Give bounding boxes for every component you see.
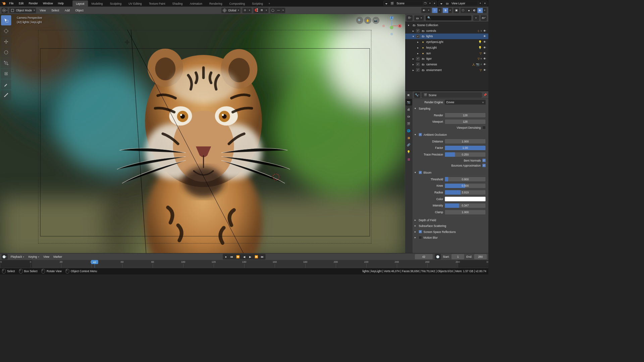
select-menu[interactable]: Select — [49, 9, 61, 12]
menu-edit[interactable]: Edit — [16, 0, 26, 7]
panel-ao-header[interactable]: ✓Ambient Occlusion — [413, 132, 488, 137]
ao-bent-checkbox[interactable]: ✓ — [482, 159, 486, 162]
zoom-view-button[interactable]: 🔍 — [356, 17, 363, 24]
outliner-item-label[interactable]: keyLight — [426, 46, 477, 49]
camera-view-button[interactable]: 📷 — [372, 17, 379, 24]
timeline-keying-menu[interactable]: Keying ▾ — [28, 255, 40, 258]
disclosure-icon[interactable]: ▸ — [416, 52, 420, 55]
outliner-item-label[interactable]: cameras — [426, 63, 471, 66]
tool-scale[interactable] — [1, 58, 11, 68]
hide-viewport-toggle[interactable]: 👁 — [483, 57, 487, 60]
sampling-render-field[interactable]: 128 — [445, 113, 486, 118]
ao-distance-field[interactable]: 1.000 — [445, 139, 486, 144]
gizmo-toggle[interactable]: ⊹ — [432, 8, 438, 13]
3d-viewport[interactable]: Camera Perspective (42) lights | keyLigh… — [0, 14, 405, 259]
outliner-item-lights[interactable]: ▾✓🗀lights👁 — [405, 34, 488, 39]
play-reverse-button[interactable]: ◀ — [241, 254, 247, 259]
viewlayer-browse-icon[interactable]: 🞃 — [439, 2, 444, 5]
collection-exclude-checkbox[interactable]: ✓ — [416, 63, 420, 66]
ao-factor-field[interactable]: 1.00 — [445, 145, 486, 150]
overlay-options[interactable]: ▾ — [448, 9, 452, 12]
properties-editor-type[interactable]: 🔧▾ — [414, 92, 420, 98]
outliner-item-label[interactable]: Scene Collection — [417, 24, 487, 27]
collection-exclude-checkbox[interactable]: ✓ — [416, 29, 420, 33]
scene-selector[interactable]: 🞃 🎬 Scene ❐ + × — [384, 1, 437, 6]
tool-measure[interactable] — [1, 90, 11, 100]
tab-modeling[interactable]: Modeling — [88, 1, 106, 7]
scene-remove-button[interactable]: × — [432, 1, 437, 6]
prop-tab-scene[interactable]: 🎬 — [406, 120, 412, 127]
viewlayer-remove-button[interactable]: × — [482, 1, 487, 6]
outliner-display-mode[interactable]: 🗂▾ — [414, 15, 424, 21]
shading-wireframe[interactable]: ⬡ — [461, 8, 466, 13]
outliner-editor-type[interactable]: ☰▾ — [407, 15, 413, 21]
hide-viewport-toggle[interactable]: 👁 — [483, 46, 487, 49]
end-frame-field[interactable]: 280 — [474, 254, 487, 259]
prop-tab-world[interactable]: 🌐 — [406, 127, 412, 134]
prop-tab-tool[interactable]: 🛠 — [406, 92, 412, 99]
tab-rendering[interactable]: Rendering — [206, 1, 226, 7]
disclosure-icon[interactable]: ▸ — [412, 63, 415, 66]
outliner-item-sun[interactable]: ▸●sun▽👁 — [405, 50, 488, 56]
hide-viewport-toggle[interactable]: 👁 — [483, 29, 487, 32]
disclosure-icon[interactable]: ▸ — [416, 40, 420, 44]
tab-layout[interactable]: Layout — [72, 1, 88, 7]
tool-transform[interactable] — [1, 69, 11, 79]
panel-sss-header[interactable]: Subsurface Scattering — [413, 223, 488, 229]
timeline-playback-menu[interactable]: Playback ▾ — [10, 255, 25, 258]
shading-lookdev[interactable]: ◐ — [472, 8, 478, 13]
bloom-enable-checkbox[interactable]: ✓ — [419, 171, 422, 174]
scene-browse-icon[interactable]: 🞃 — [384, 2, 389, 5]
outliner-item-label[interactable]: tiger — [426, 57, 477, 60]
play-button[interactable]: ▶ — [248, 254, 253, 259]
timeline-editor-type[interactable]: 🕘▾ — [2, 254, 8, 260]
sampling-denoise-checkbox[interactable] — [482, 126, 486, 129]
outliner-item-label[interactable]: eyeSpecLight — [426, 41, 477, 44]
menu-window[interactable]: Window — [40, 0, 55, 7]
start-frame-field[interactable]: 1 — [451, 254, 464, 259]
menu-render[interactable]: Render — [26, 0, 41, 7]
outliner-item-tiger[interactable]: ▸✓🗀tiger▽8👁 — [405, 56, 488, 62]
hide-viewport-toggle[interactable]: 👁 — [483, 41, 487, 44]
tab-compositing[interactable]: Compositing — [226, 1, 249, 7]
timeline-ruler[interactable]: -200204060801001201401601802002202402602… — [0, 260, 488, 268]
hide-viewport-toggle[interactable]: 👁 — [483, 35, 487, 38]
hide-viewport-toggle[interactable]: 👁 — [483, 63, 487, 66]
outliner-item-eyeSpecLight[interactable]: ▸●eyeSpecLight💡👁 — [405, 39, 488, 45]
timeline-view-menu[interactable]: View — [42, 255, 50, 258]
playhead[interactable]: 42 — [95, 260, 95, 268]
tool-select-box[interactable] — [1, 15, 11, 25]
view-menu[interactable]: View — [38, 9, 48, 12]
menu-file[interactable]: File — [7, 0, 16, 7]
render-engine-dropdown[interactable]: Eevee▾ — [445, 100, 486, 105]
scene-name[interactable]: Scene — [395, 2, 423, 5]
panel-bloom-header[interactable]: ✓Bloom — [413, 170, 488, 175]
outliner-item-label[interactable]: enviornment — [426, 68, 479, 71]
prop-tab-viewlayer[interactable]: 🗂 — [406, 113, 412, 120]
collection-exclude-checkbox[interactable]: ✓ — [416, 57, 420, 61]
editor-type-selector[interactable]: ▾ — [2, 7, 8, 13]
tool-annotate[interactable] — [1, 79, 11, 89]
mode-dropdown[interactable]: Object Mode ▾ — [9, 7, 36, 13]
disclosure-icon[interactable]: ▾ — [412, 35, 415, 38]
preview-range-toggle[interactable]: 🕘 — [435, 254, 441, 260]
outliner-item-label[interactable]: sun — [426, 52, 479, 55]
viewlayer-selector[interactable]: 🞃 🗂 View Layer + × — [438, 1, 487, 6]
outliner-item-label[interactable]: lights — [426, 35, 481, 38]
tab-texture-paint[interactable]: Texture Paint — [145, 1, 169, 7]
disclosure-icon[interactable]: ▸ — [412, 29, 415, 33]
jump-start-button[interactable]: ⏮ — [229, 254, 235, 259]
tool-move[interactable] — [1, 37, 11, 47]
tab-sculpting[interactable]: Sculpting — [106, 1, 125, 7]
ao-bounce-checkbox[interactable]: ✓ — [482, 164, 486, 167]
outliner-scene-collection[interactable]: ▾ 🗀 Scene Collection — [405, 22, 488, 28]
outliner-new-collection[interactable]: 🗀⁺ — [481, 15, 487, 21]
jump-prev-key-button[interactable]: ⏪ — [235, 254, 241, 259]
gizmo-options[interactable]: ▾ — [438, 9, 441, 12]
add-workspace-button[interactable]: + — [266, 1, 272, 7]
ao-trace-field[interactable]: 0.250 — [445, 152, 486, 157]
outliner-search[interactable]: 🔍 — [426, 15, 472, 20]
disclosure-icon[interactable]: ▸ — [416, 46, 420, 49]
outliner-tree[interactable]: ▾ 🗀 Scene Collection ▸✓🗀controls⊹3👁▾✓🗀li… — [405, 22, 488, 90]
nav-gizmo[interactable]: X Z — [381, 16, 402, 37]
